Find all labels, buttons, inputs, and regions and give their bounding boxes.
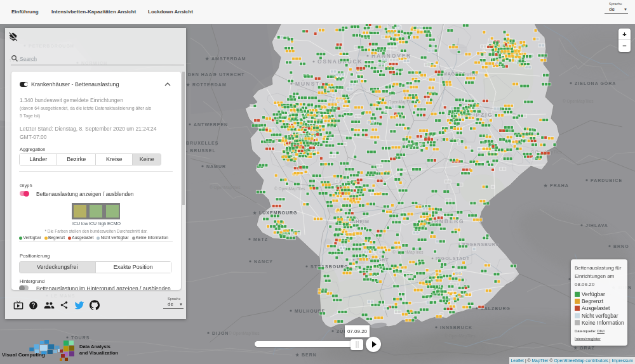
svg-text:SALZBURG: SALZBURG [481, 306, 511, 311]
svg-text:UTRECHT: UTRECHT [219, 72, 244, 77]
svg-text:METZ: METZ [253, 237, 268, 242]
svg-text:JIHLAVA: JIHLAVA [585, 223, 608, 228]
svg-text:© OpenMapTiles: © OpenMapTiles [229, 331, 260, 336]
svg-text:AMSTERDAM: AMSTERDAM [211, 56, 246, 61]
svg-text:DEN HAAG: DEN HAAG [188, 72, 217, 77]
svg-text:★: ★ [544, 183, 548, 188]
svg-text:★: ★ [295, 353, 300, 357]
svg-text:GRAZ: GRAZ [580, 346, 595, 350]
svg-text:NAMUR: NAMUR [206, 164, 226, 169]
svg-text:PARDUBICE: PARDUBICE [591, 178, 622, 183]
svg-text:STRASBOURG: STRASBOURG [311, 264, 349, 269]
svg-text:BRUXELLES: BRUXELLES [186, 141, 218, 145]
svg-text:ANTWERPEN: ANTWERPEN [194, 122, 228, 127]
svg-text:★: ★ [253, 211, 257, 215]
svg-text:INNSBRUCK: INNSBRUCK [440, 325, 472, 330]
svg-text:BERN: BERN [302, 353, 317, 357]
svg-text:ZIELONA GÓRA: ZIELONA GÓRA [575, 81, 616, 86]
svg-text:© OpenMapTiles: © OpenMapTiles [563, 99, 594, 104]
svg-text:DIJON: DIJON [212, 331, 229, 335]
svg-text:★: ★ [573, 346, 578, 350]
svg-text:NANCY: NANCY [254, 259, 273, 264]
svg-text:© OpenMapTiles: © OpenMapTiles [384, 100, 415, 105]
svg-text:ROTTERDAM: ROTTERDAM [192, 82, 227, 87]
svg-text:BRNO: BRNO [613, 244, 629, 249]
svg-text:★: ★ [186, 82, 190, 87]
svg-text:★: ★ [205, 56, 210, 61]
svg-text:TOURS: TOURS [71, 335, 90, 340]
svg-text:PRAHA: PRAHA [550, 183, 569, 188]
svg-text:© OpenMapTiles: © OpenMapTiles [274, 186, 305, 192]
svg-text:- BRUSSEL: - BRUSSEL [186, 148, 216, 153]
svg-text:© OpenMapTiles: © OpenMapTiles [444, 334, 476, 339]
svg-text:© OpenMapTiles: © OpenMapTiles [210, 185, 241, 190]
